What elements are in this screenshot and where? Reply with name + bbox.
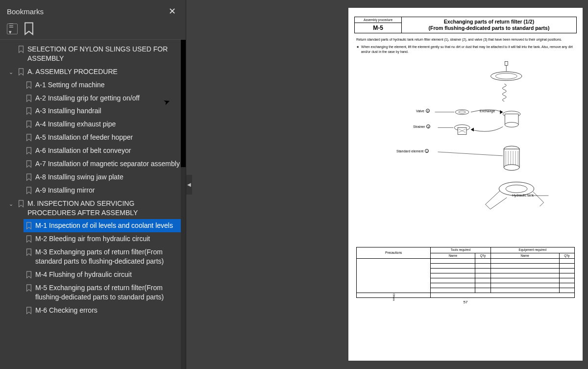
bookmark-ribbon-icon	[25, 284, 32, 292]
bookmark-item[interactable]: A-2 Installing grip for getting on/off	[5, 92, 183, 105]
label-hydraulic-tank: Hydraulic tank	[512, 193, 534, 197]
page-number: 57	[354, 300, 577, 304]
doc-title: Exchanging parts of return filter (1/2) …	[402, 17, 576, 33]
bookmark-ribbon-icon	[25, 222, 32, 230]
bookmark-ribbon-icon	[18, 68, 24, 76]
bookmark-item[interactable]: A-9 Installing mirror	[5, 184, 183, 197]
bookmark-ribbon-icon	[25, 95, 32, 102]
bookmark-label: M-1 Inspection of oil levels and coolant…	[35, 221, 180, 230]
bookmark-label: A-8 Installing swing jaw plate	[35, 172, 181, 182]
label-exchange: Exchange	[480, 109, 495, 113]
sidebar-collapse-handle[interactable]: ◀	[186, 175, 192, 195]
diagram-svg	[356, 58, 575, 244]
bookmark-label: M-6 Checking errors	[35, 306, 181, 315]
bookmark-item[interactable]: A-5 Installation of feeder hopper	[5, 131, 183, 144]
requirements-table: Precautions Tools required Equipment req…	[356, 247, 575, 298]
th-tools-name: Name	[431, 253, 475, 259]
svg-rect-0	[505, 61, 508, 65]
bookmark-item[interactable]: M-1 Inspection of oil levels and coolant…	[24, 219, 183, 232]
bookmark-label: A-5 Installation of feeder hopper	[35, 133, 181, 142]
bookmark-ribbon-icon	[25, 160, 32, 168]
bookmark-ribbon-icon	[25, 107, 32, 115]
label-standard-element: Standard element 1	[396, 149, 429, 153]
th-equip-name: Name	[490, 253, 559, 259]
sidebar-header: Bookmarks ✕	[0, 0, 186, 21]
bookmark-label: A-9 Installing mirror	[35, 186, 181, 195]
bookmark-item[interactable]: A-1 Setting of machine	[5, 78, 183, 92]
bookmark-item[interactable]: M-2 Bleeding air from hydraulic circuit	[5, 232, 183, 246]
th-equip-qty: Q'ty	[559, 253, 574, 259]
label-strainer: Strainer 2	[413, 124, 430, 129]
bookmark-ribbon-icon	[18, 46, 24, 53]
bookmark-item[interactable]: A-6 Installation of belt conveyor	[5, 144, 183, 157]
bookmark-label: A-3 Installing handrail	[35, 106, 181, 116]
procedure-code: M-5	[355, 23, 401, 33]
svg-point-12	[505, 122, 518, 127]
bookmark-item[interactable]: A-4 Installing exhaust pipe	[5, 118, 183, 131]
bookmark-ribbon-icon	[25, 271, 32, 279]
bookmark-ribbon-icon	[25, 235, 32, 243]
bookmark-ribbon-icon	[25, 121, 32, 128]
bookmark-ribbon-icon	[25, 187, 32, 195]
paragraph-1: Return standard parts of hydraulic tank …	[356, 37, 575, 42]
svg-rect-7	[458, 127, 466, 134]
document-viewport[interactable]: Assembly procedure M-5 Exchanging parts …	[186, 0, 588, 369]
doc-body: Return standard parts of hydraulic tank …	[354, 37, 577, 298]
bookmark-item[interactable]: M-4 Flushing of hydraulic circuit	[5, 268, 183, 281]
bookmark-ribbon-icon	[25, 173, 32, 181]
doc-header-left: Assembly procedure M-5	[355, 17, 402, 33]
bookmark-item[interactable]: SELECTION OF NYLON SLINGS USED FOR ASSEM…	[5, 43, 183, 65]
bookmark-label: M-2 Bleeding air from hydraulic circuit	[35, 234, 181, 244]
bookmark-item[interactable]: ⌄A. ASSEMBLY PROCEDURE	[5, 65, 183, 78]
bookmark-label: SELECTION OF NYLON SLINGS USED FOR ASSEM…	[27, 45, 181, 63]
th-others: Others	[357, 293, 431, 298]
doc-header: Assembly procedure M-5 Exchanging parts …	[354, 17, 577, 33]
tree-scrollbar-thumb[interactable]	[181, 40, 186, 167]
svg-point-21	[504, 165, 519, 171]
star-note-text: When exchanging the element, lift the el…	[361, 45, 575, 53]
bookmark-label: M-4 Flushing of hydraulic circuit	[35, 270, 181, 279]
bookmark-item[interactable]: M-6 Checking errors	[5, 304, 183, 317]
star-icon: ★	[356, 45, 359, 53]
bookmark-item[interactable]: M-5 Exchanging parts of return filter(Fr…	[5, 281, 183, 304]
bookmark-item[interactable]: M-3 Exchanging parts of return filter(Fr…	[5, 246, 183, 268]
document-page: Assembly procedure M-5 Exchanging parts …	[348, 8, 583, 361]
expand-arrow-icon[interactable]: ⌄	[9, 200, 16, 208]
bookmark-label: M. INSPECTION AND SERVICING PROCEDURES A…	[27, 199, 181, 218]
outline-view-icon[interactable]: ☰ ▾	[7, 24, 18, 34]
svg-point-4	[455, 110, 469, 115]
sidebar-toolbar: ☰ ▾	[0, 21, 186, 40]
doc-title-line2: (From flushing-dedicated parts to standa…	[404, 25, 574, 31]
th-tools-qty: Q'ty	[475, 253, 490, 259]
bookmark-tree[interactable]: SELECTION OF NYLON SLINGS USED FOR ASSEM…	[0, 40, 186, 369]
bookmark-item[interactable]: A-8 Installing swing jaw plate	[5, 171, 183, 184]
bookmark-item[interactable]: A-7 Installation of magnetic separator a…	[5, 157, 183, 171]
bookmarks-sidebar: Bookmarks ✕ ☰ ▾ SELECTION OF NYLON SLING…	[0, 0, 186, 369]
bookmark-ribbon-icon[interactable]	[24, 24, 34, 34]
bookmark-label: A-7 Installation of magnetic separator a…	[35, 159, 181, 169]
bookmark-item[interactable]: A-3 Installing handrail	[5, 104, 183, 118]
close-icon[interactable]: ✕	[165, 4, 180, 19]
bookmark-ribbon-icon	[18, 200, 24, 208]
th-precautions: Precautions	[357, 247, 431, 259]
bookmark-ribbon-icon	[25, 248, 32, 256]
tree-scrollbar[interactable]	[181, 40, 186, 369]
expand-arrow-icon[interactable]: ⌄	[9, 69, 16, 76]
procedure-label: Assembly procedure	[355, 17, 401, 23]
bookmark-ribbon-icon	[25, 81, 32, 89]
sidebar-title: Bookmarks	[7, 7, 44, 16]
bookmark-label: M-5 Exchanging parts of return filter(Fr…	[35, 283, 181, 302]
bookmark-label: M-3 Exchanging parts of return filter(Fr…	[35, 247, 181, 266]
bookmark-label: A-1 Setting of machine	[35, 80, 181, 90]
bookmark-ribbon-icon	[25, 147, 32, 155]
diagram-area: Valve 3 Strainer 2 Standard element 1 Ex…	[356, 58, 575, 244]
bookmark-label: A. ASSEMBLY PROCEDURE	[27, 67, 181, 76]
doc-title-line1: Exchanging parts of return filter (1/2)	[404, 19, 574, 25]
bookmark-ribbon-icon	[25, 307, 32, 315]
label-valve: Valve 3	[416, 109, 430, 113]
star-note: ★ When exchanging the element, lift the …	[356, 45, 575, 53]
bookmark-item[interactable]: ⌄M. INSPECTION AND SERVICING PROCEDURES …	[5, 197, 183, 220]
svg-marker-25	[471, 127, 474, 131]
bookmark-label: A-4 Installing exhaust pipe	[35, 120, 181, 129]
bookmark-ribbon-icon	[25, 134, 32, 142]
